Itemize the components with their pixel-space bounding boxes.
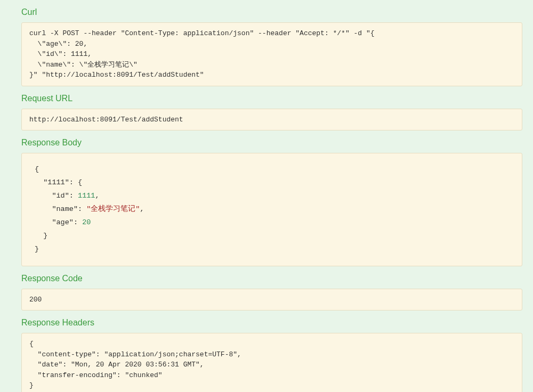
json-name-value: "全栈学习笔记" xyxy=(86,205,140,213)
json-age-key: age xyxy=(56,218,69,226)
curl-title: Curl xyxy=(21,7,522,17)
response-body-content[interactable]: { "1111": { "id": 1111, "name": "全栈学习笔记"… xyxy=(21,153,522,266)
response-code-content[interactable]: 200 xyxy=(21,289,522,311)
request-url-title: Request URL xyxy=(21,94,522,103)
request-url-content[interactable]: http://localhost:8091/Test/addStudent xyxy=(21,109,522,131)
json-age-value: 20 xyxy=(82,218,91,226)
response-headers-title: Response Headers xyxy=(21,318,522,328)
api-response-panel: Curl curl -X POST --header "Content-Type… xyxy=(0,7,533,392)
json-name-key: name xyxy=(56,205,74,213)
response-code-title: Response Code xyxy=(21,274,522,283)
response-headers-content[interactable]: { "content-type": "application/json;char… xyxy=(21,333,522,392)
response-body-title: Response Body xyxy=(21,138,522,148)
json-id-value: 1111 xyxy=(78,192,95,200)
json-id-key: id xyxy=(56,192,65,200)
json-outer-key: 1111 xyxy=(47,178,64,186)
curl-content[interactable]: curl -X POST --header "Content-Type: app… xyxy=(21,22,522,86)
